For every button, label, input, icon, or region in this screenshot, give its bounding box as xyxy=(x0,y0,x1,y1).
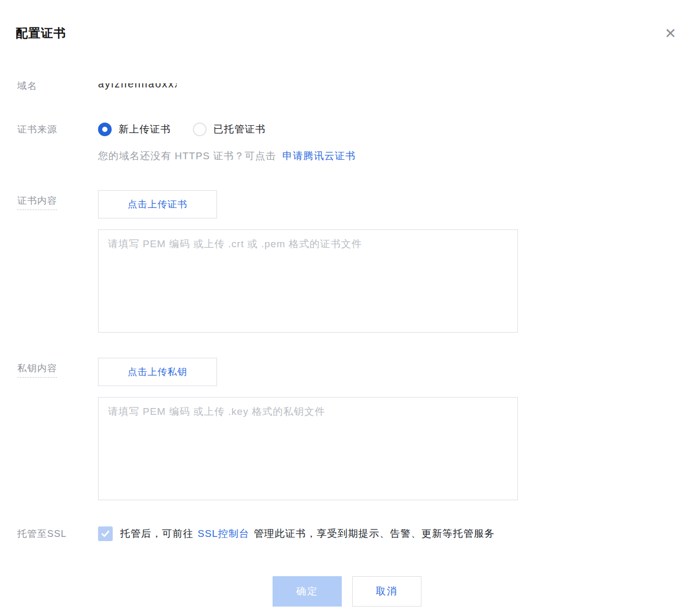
close-icon[interactable]: ✕ xyxy=(663,26,678,42)
cert-content-label: 证书内容 xyxy=(0,190,98,210)
apply-tencent-cert-link[interactable]: 申请腾讯云证书 xyxy=(283,150,356,161)
radio-hosted-label: 已托管证书 xyxy=(213,123,266,136)
domain-row: 域名 aylzhenliaoxxx.me xyxy=(0,79,694,93)
cert-source-label: 证书来源 xyxy=(0,123,98,136)
radio-selected-icon[interactable] xyxy=(98,123,112,136)
cert-content-row: 证书内容 点击上传证书 xyxy=(0,190,694,333)
ssl-hosting-text: 托管后，可前往SSL控制台管理此证书，享受到期提示、告警、更新等托管服务 xyxy=(120,526,495,541)
dialog-title: 配置证书 xyxy=(16,25,678,41)
radio-hosted-cert[interactable]: 已托管证书 xyxy=(193,123,266,136)
certificate-form: 域名 aylzhenliaoxxx.me 证书来源 新上传证书 xyxy=(0,79,694,607)
domain-value: aylzhenliaoxxx.me xyxy=(98,83,255,92)
ssl-text-after: 管理此证书，享受到期提示、告警、更新等托管服务 xyxy=(254,528,495,539)
ssl-console-link[interactable]: SSL控制台 xyxy=(198,528,250,539)
key-content-textarea[interactable] xyxy=(98,397,518,500)
radio-unselected-icon[interactable] xyxy=(193,123,207,136)
key-content-label: 私钥内容 xyxy=(0,358,98,378)
cert-source-radio-group: 新上传证书 已托管证书 xyxy=(98,123,694,136)
dialog-footer: 确定 取消 xyxy=(0,576,694,607)
checkmark-icon xyxy=(101,529,110,538)
domain-redaction-patch xyxy=(223,83,238,89)
cert-source-row: 证书来源 新上传证书 已托管证书 您的域名还没有 HTTPS 证书？可点击申请腾… xyxy=(0,123,694,162)
ssl-text-before: 托管后，可前往 xyxy=(120,528,193,539)
radio-new-upload-cert[interactable]: 新上传证书 xyxy=(98,123,171,136)
ssl-hosting-checkbox[interactable] xyxy=(98,526,113,541)
cert-source-hint-text: 您的域名还没有 HTTPS 证书？可点击 xyxy=(98,150,276,161)
configure-certificate-dialog: 配置证书 ✕ 域名 aylzhenliaoxxx.me 证书来源 新 xyxy=(0,0,694,616)
domain-label: 域名 xyxy=(0,79,98,93)
cert-source-hint: 您的域名还没有 HTTPS 证书？可点击申请腾讯云证书 xyxy=(98,150,694,162)
upload-cert-button[interactable]: 点击上传证书 xyxy=(98,190,217,218)
cert-content-textarea[interactable] xyxy=(98,229,518,333)
ssl-hosting-label: 托管至SSL xyxy=(0,526,98,541)
domain-redaction-patch xyxy=(177,83,205,89)
confirm-button[interactable]: 确定 xyxy=(273,576,342,607)
cancel-button[interactable]: 取消 xyxy=(352,576,421,607)
upload-key-button[interactable]: 点击上传私钥 xyxy=(98,358,217,386)
dialog-header: 配置证书 ✕ xyxy=(0,0,694,41)
key-content-row: 私钥内容 点击上传私钥 xyxy=(0,358,694,500)
radio-new-upload-label: 新上传证书 xyxy=(118,123,171,136)
ssl-hosting-row: 托管至SSL 托管后，可前往SSL控制台管理此证书，享受到期提示、告警、更新等托… xyxy=(0,526,694,541)
